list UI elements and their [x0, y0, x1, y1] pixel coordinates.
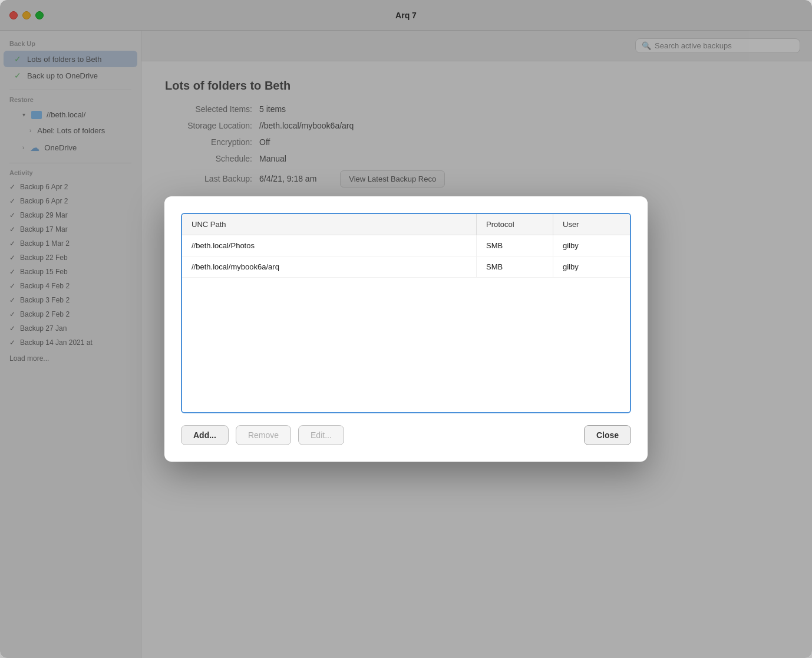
cell-user-0: gilby [553, 235, 630, 256]
add-button[interactable]: Add... [181, 425, 229, 445]
cell-path-0: //beth.local/Photos [182, 235, 477, 256]
remove-button[interactable]: Remove [236, 425, 291, 445]
cell-protocol-0: SMB [477, 235, 553, 256]
cell-path-1: //beth.local/mybook6a/arq [182, 256, 477, 277]
close-button-modal[interactable]: Close [584, 425, 631, 445]
modal-overlay: UNC Path Protocol User //beth.local/Phot… [0, 0, 812, 658]
edit-button[interactable]: Edit... [298, 425, 344, 445]
table-row[interactable]: //beth.local/mybook6a/arq SMB gilby [182, 256, 630, 278]
modal-footer: Add... Remove Edit... Close [181, 425, 631, 445]
table-row[interactable]: //beth.local/Photos SMB gilby [182, 235, 630, 256]
app-window: Arq 7 Back Up ✓ Lots of folders to Beth … [0, 0, 812, 658]
col-header-protocol: Protocol [477, 214, 553, 235]
cell-user-1: gilby [553, 256, 630, 277]
unc-path-table: UNC Path Protocol User //beth.local/Phot… [181, 213, 631, 413]
col-header-user: User [553, 214, 630, 235]
modal-dialog: UNC Path Protocol User //beth.local/Phot… [164, 196, 648, 462]
table-body: //beth.local/Photos SMB gilby //beth.loc… [182, 235, 630, 412]
table-header: UNC Path Protocol User [182, 214, 630, 235]
col-header-path: UNC Path [182, 214, 477, 235]
cell-protocol-1: SMB [477, 256, 553, 277]
